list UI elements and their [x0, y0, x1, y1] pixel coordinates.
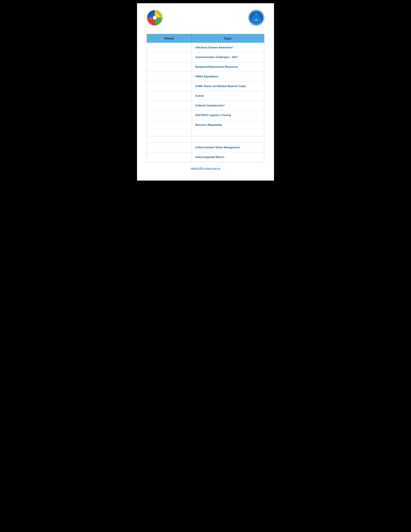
topic-cell: Critical Incident Stress Management: [191, 143, 264, 152]
month-cell: [147, 152, 191, 162]
topic-cell: CARE Teams and Medical Reserve Corps: [191, 81, 264, 91]
svg-point-1: [153, 16, 157, 20]
month-cell: [147, 101, 191, 110]
topic-cell: [191, 136, 264, 142]
month-cell: [147, 120, 191, 130]
table-row: Communication Challenges – ESL*: [147, 52, 264, 62]
topic-cell: Equipment/Deployment Resources: [191, 62, 264, 72]
month-cell: [147, 143, 191, 152]
month-cell: [147, 130, 191, 136]
page-header: 🚶 ♿ ? 👁 FUNCTIONAL ASSESSMENT SERVICE TE…: [147, 10, 264, 26]
svg-text:F.A.S.T.: F.A.S.T.: [152, 23, 157, 25]
month-cell: [147, 62, 191, 72]
month-cell: [147, 136, 191, 142]
month-cell: [147, 72, 191, 81]
month-column-header: Month: [147, 34, 191, 43]
svg-text:🚶: 🚶: [153, 12, 156, 15]
topic-cell: Communication Challenges – ESL*: [191, 52, 264, 62]
table-row: CARE Teams and Medical Reserve Corps: [147, 81, 264, 91]
month-cell: [147, 81, 191, 91]
table-row: Cultural Competencies*: [147, 101, 264, 110]
month-cell: [147, 91, 191, 101]
table-header-row: Month Topic: [147, 34, 264, 43]
table-row-spacer: [147, 136, 264, 143]
svg-text:MANAGEMENT: MANAGEMENT: [253, 24, 260, 25]
topic-column-header: Topic: [191, 34, 264, 43]
fast-logo: 🚶 ♿ ? 👁 FUNCTIONAL ASSESSMENT SERVICE TE…: [147, 10, 163, 26]
svg-text:PIERCE COUNTY: PIERCE COUNTY: [252, 22, 261, 24]
svg-text:👁: 👁: [150, 17, 152, 19]
topic-cell: HIPAA Regulations: [191, 72, 264, 81]
table-row: Equipment/Deployment Resources: [147, 62, 264, 72]
main-table: Month Topic Infectious Disease Awareness…: [147, 34, 264, 162]
topic-cell: Unaccompanied Minors: [191, 152, 264, 162]
topic-cell: Resource Requesting: [191, 120, 264, 130]
table-row: Resource Requesting: [147, 120, 264, 130]
topic-cell: Infectious Disease Awareness*: [191, 43, 264, 52]
table-row: Critical Incident Stress Management: [147, 143, 264, 152]
table-row: FAST/EOC Logistics Training: [147, 110, 264, 120]
topic-cell: Autism: [191, 91, 264, 101]
month-cell: [147, 110, 191, 120]
page-container: 🚶 ♿ ? 👁 FUNCTIONAL ASSESSMENT SERVICE TE…: [137, 3, 274, 180]
topic-cell: Cultural Competencies*: [191, 101, 264, 110]
topic-cell: FAST/EOC Logistics Training: [191, 110, 264, 120]
month-cell: [147, 43, 191, 52]
month-cell: [147, 52, 191, 62]
topic-header-label: Topic: [224, 36, 232, 40]
table-row: Autism: [147, 91, 264, 101]
table-row: HIPAA Regulations: [147, 72, 264, 81]
pierce-logo: PIERCE COUNTY EMERGENCY MANAGEMENT: [248, 10, 264, 26]
table-row-spacer: [147, 130, 264, 136]
svg-text:♿: ♿: [157, 17, 159, 19]
svg-text:EMERGENCY: EMERGENCY: [253, 11, 259, 12]
table-row: Unaccompanied Minors: [147, 152, 264, 162]
month-header-label: Month: [164, 36, 174, 40]
table-body: Infectious Disease Awareness* Communicat…: [147, 43, 264, 162]
svg-text:?: ?: [154, 20, 155, 23]
footer: njphas1@co.pierce.wa.us: [147, 167, 264, 170]
table-row: Infectious Disease Awareness*: [147, 43, 264, 52]
email-link[interactable]: njphas1@co.pierce.wa.us: [191, 167, 220, 170]
topic-cell: [191, 130, 264, 136]
